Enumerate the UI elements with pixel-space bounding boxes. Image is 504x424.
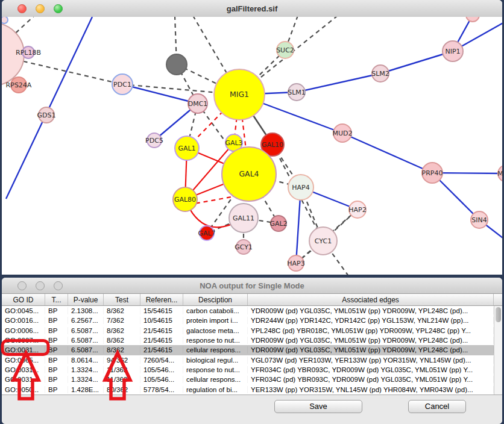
cell: biological regul... xyxy=(183,357,248,364)
node-label-NIP1: NIP1 xyxy=(445,48,460,55)
cell: 15/54615 xyxy=(140,307,183,314)
table-row[interactable]: GO:0006...BP6.5087...8/36221/54615galact… xyxy=(2,326,502,335)
node-label-GDS1: GDS1 xyxy=(37,111,56,119)
network-edge[interactable] xyxy=(380,51,453,73)
node-label-GAL11: GAL11 xyxy=(233,214,254,222)
cancel-button[interactable]: Cancel xyxy=(408,400,466,413)
node-graynode[interactable] xyxy=(166,54,187,75)
node-label-GAL80: GAL80 xyxy=(174,196,196,204)
table-header[interactable]: GO IDT...P-valueTestReferen...Desciption… xyxy=(2,294,502,306)
cell: galactose meta... xyxy=(183,327,248,334)
network-edge[interactable] xyxy=(297,73,380,92)
cell: 1.428E... xyxy=(68,386,104,393)
column-header-p-value[interactable]: P-value xyxy=(68,294,104,305)
cell: 1.3324... xyxy=(68,376,104,383)
node-label-GAL7: GAL7 xyxy=(198,229,215,237)
noa-results-table: GO IDT...P-valueTestReferen...Desciption… xyxy=(2,294,502,394)
table-row[interactable]: GO:0065...BP8.0614...94/3627260/54...bio… xyxy=(2,355,502,365)
node-label-PDC1: PDC1 xyxy=(113,81,131,89)
noa-window: NOA output for Single Mode GO IDT...P-va… xyxy=(2,278,502,424)
cell: regulation of bi... xyxy=(183,386,248,393)
node-label-SIN4: SIN4 xyxy=(471,216,487,224)
column-header-desciption[interactable]: Desciption xyxy=(183,294,248,305)
zoom-button[interactable] xyxy=(54,281,63,290)
cell: YFR034C (pd) YBR093C, YDR009W (pd) YGL03… xyxy=(248,366,494,373)
table-row[interactable]: GO:0050...BP1.428E...80/3625778/54...reg… xyxy=(2,385,502,394)
scrollbar-thumb[interactable] xyxy=(496,307,501,322)
node-label-GCY1: GCY1 xyxy=(235,243,253,251)
node-label-HAP4: HAP4 xyxy=(292,184,309,192)
table-row[interactable]: GO:0016...BP6.2567...7/36210/54615protei… xyxy=(2,316,502,325)
node-label-GAL4: GAL4 xyxy=(239,169,259,178)
node-label-GAL3: GAL3 xyxy=(225,139,242,147)
cell: BP xyxy=(45,386,68,393)
column-header-referen-[interactable]: Referen... xyxy=(140,294,183,305)
cell: GO:0031... xyxy=(2,346,45,354)
cell: GO:0006... xyxy=(2,327,45,334)
network-edge[interactable] xyxy=(122,84,198,104)
column-header-t-[interactable]: T... xyxy=(45,294,68,305)
cell: cellular respons... xyxy=(183,346,248,354)
cell: cellular respons... xyxy=(183,376,248,383)
table-row[interactable]: GO:0045...BP2.1308...8/36215/54615carbon… xyxy=(2,306,502,316)
node-label-DMC1: DMC1 xyxy=(188,100,208,108)
cell: 8/362 xyxy=(104,337,140,344)
column-header-go-id[interactable]: GO ID xyxy=(2,294,45,305)
cell: YDR244W (pp) YDR142C, YDR142C (pp) YGL15… xyxy=(248,317,494,324)
node-label-GAL2: GAL2 xyxy=(269,220,287,228)
node-label-PDC5: PDC5 xyxy=(145,137,163,145)
node-pinktop[interactable] xyxy=(466,17,479,22)
cell: BP xyxy=(45,376,68,383)
table-row[interactable]: GO:0031...BP1.3324...11/362105/546...res… xyxy=(2,365,502,375)
cell: 8/362 xyxy=(104,307,140,314)
cell: YDR009W (pd) YGL035C, YML051W (pp) YDR00… xyxy=(248,307,494,314)
cell: YER133W (pp) YOR315W, YNL145W (pd) YHR08… xyxy=(248,386,494,393)
cell: YDR009W (pd) YGL035C, YML051W (pp) YDR00… xyxy=(248,346,494,354)
close-button[interactable] xyxy=(17,4,27,13)
table-body: GO:0045...BP2.1308...8/36215/54615carbon… xyxy=(2,306,502,394)
column-header-test[interactable]: Test xyxy=(104,294,140,305)
network-window-titlebar[interactable]: galFiltered.sif xyxy=(2,0,502,17)
network-graph: RPL18BRPS24AGDS1PDC1DMC1SUC2SLM1SLM2NIP1… xyxy=(2,17,502,275)
cell: YDR009W (pd) YGL035C, YML051W (pp) YDR00… xyxy=(248,337,494,344)
cell: BP xyxy=(45,307,68,314)
network-window-title: galFiltered.sif xyxy=(2,4,502,13)
network-window: galFiltered.sif RPL18BRPS24AGDS1PDC1DMC1… xyxy=(2,0,502,275)
table-row[interactable]: GO:0031...BP1.3324...11/362105/546...cel… xyxy=(2,375,502,384)
save-button[interactable]: Save xyxy=(274,400,362,413)
cell: 21/54615 xyxy=(140,346,183,354)
minimize-button[interactable] xyxy=(36,4,45,13)
cell: 6.2567... xyxy=(68,317,104,324)
table-row[interactable]: GO:0031...BP6.5087...8/36221/54615cellul… xyxy=(2,345,502,355)
cell: BP xyxy=(45,337,68,344)
node-label-RPS24A: RPS24A xyxy=(6,81,32,89)
cell: BP xyxy=(45,327,68,334)
cell: GO:0031... xyxy=(2,366,45,373)
close-button[interactable] xyxy=(17,281,27,290)
cell: BP xyxy=(45,346,68,354)
cell: 6.5087... xyxy=(68,337,104,344)
cell: 8/362 xyxy=(104,327,140,334)
cell: GO:0045... xyxy=(2,307,45,314)
table-row[interactable]: GO:0007...BP6.5087...8/36221/54615respon… xyxy=(2,335,502,345)
window-controls xyxy=(2,281,63,290)
cell: 11/362 xyxy=(104,366,140,373)
minimize-button[interactable] xyxy=(36,281,45,290)
table-scrollbar[interactable] xyxy=(494,306,502,394)
node-cornernode[interactable] xyxy=(2,17,8,23)
cell: carbon cataboli... xyxy=(183,307,248,314)
node-label-PRP40: PRP40 xyxy=(422,169,443,177)
node-label-SLM2: SLM2 xyxy=(371,70,389,78)
noa-window-titlebar[interactable]: NOA output for Single Mode xyxy=(2,278,502,294)
cell: GO:0031... xyxy=(2,376,45,383)
cell: YPL248C (pd) YBR018C, YML051W (pp) YDR00… xyxy=(248,327,494,334)
zoom-button[interactable] xyxy=(54,4,63,13)
network-edge[interactable] xyxy=(342,133,432,173)
node-label-SLM1: SLM1 xyxy=(288,89,306,96)
network-canvas[interactable]: RPL18BRPS24AGDS1PDC1DMC1SUC2SLM1SLM2NIP1… xyxy=(2,17,502,275)
cell: GO:0065... xyxy=(2,357,45,364)
node-label-SUC2: SUC2 xyxy=(276,46,294,54)
column-header-associated-edges[interactable]: Associated edges xyxy=(248,294,494,305)
cell: 11/362 xyxy=(104,376,140,383)
noa-window-footer: Save Cancel xyxy=(2,394,502,424)
